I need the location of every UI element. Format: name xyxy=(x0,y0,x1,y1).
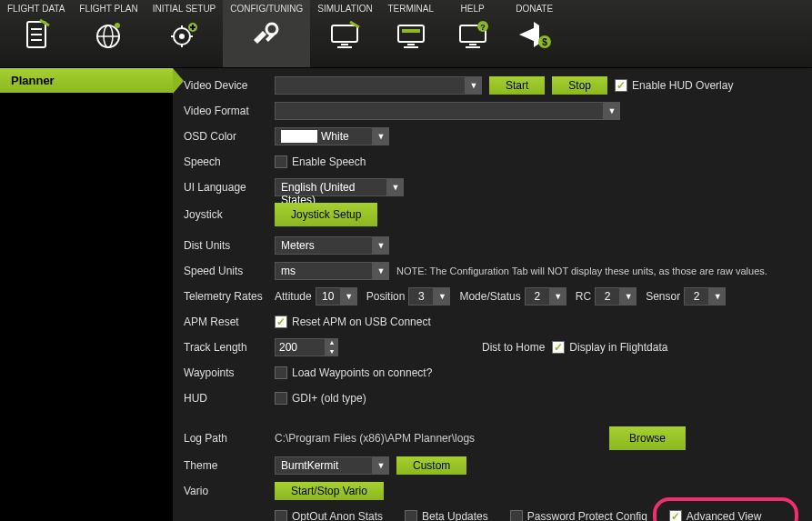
video-start-button[interactable]: Start xyxy=(489,76,545,95)
apm-reset-label: APM Reset xyxy=(184,316,275,328)
ui-language-label: UI Language xyxy=(184,181,275,194)
display-flightdata-checkbox[interactable]: Display in Flightdata xyxy=(552,341,667,354)
tab-help[interactable]: HELP ? xyxy=(442,0,504,67)
vario-label: Vario xyxy=(184,485,275,497)
svg-rect-23 xyxy=(407,44,415,45)
speech-label: Speech xyxy=(184,155,275,168)
tab-donate[interactable]: DONATE $ xyxy=(504,0,566,67)
chevron-down-icon[interactable]: ▼ xyxy=(604,102,620,120)
track-length-spinner[interactable]: ▲▼ xyxy=(326,338,338,356)
ui-language-select[interactable]: English (United States) ▼ xyxy=(275,178,404,196)
video-format-select[interactable]: ▼ xyxy=(275,102,620,120)
video-device-select[interactable]: ▼ xyxy=(275,76,482,95)
joystick-label: Joystick xyxy=(184,208,275,221)
sidebar: Planner xyxy=(0,68,173,521)
position-rate-select[interactable]: 3▼ xyxy=(408,287,450,306)
globe-icon xyxy=(89,15,127,54)
mode-rate-select[interactable]: 2▼ xyxy=(525,287,566,306)
gdi-checkbox[interactable]: GDI+ (old type) xyxy=(275,392,366,405)
track-length-label: Track Length xyxy=(184,341,275,354)
chevron-down-icon[interactable]: ▼ xyxy=(387,178,404,196)
chevron-down-icon[interactable]: ▼ xyxy=(373,127,389,145)
rc-rate-select[interactable]: 2▼ xyxy=(595,287,637,306)
svg-rect-19 xyxy=(332,25,357,42)
speed-units-label: Speed Units xyxy=(184,265,275,277)
chevron-down-icon[interactable]: ▼ xyxy=(373,456,389,475)
track-length-input[interactable] xyxy=(275,338,326,356)
svg-point-9 xyxy=(179,34,185,39)
tab-simulation[interactable]: SIMULATION xyxy=(310,0,379,67)
load-waypoints-checkbox[interactable]: Load Waypoints on connect? xyxy=(275,366,432,379)
joystick-setup-button[interactable]: Joystick Setup xyxy=(275,203,377,226)
highlight-annotation xyxy=(653,497,798,521)
svg-point-7 xyxy=(115,23,120,28)
help-icon: ? xyxy=(454,15,492,54)
telemetry-label: Telemetry Rates xyxy=(184,290,275,303)
waypoints-label: Waypoints xyxy=(184,366,275,379)
tab-config-tuning[interactable]: CONFIG/TUNING xyxy=(223,0,310,67)
optout-checkbox[interactable]: OptOut Anon Stats xyxy=(275,510,383,521)
chevron-down-icon[interactable]: ▼ xyxy=(373,236,389,255)
password-protect-checkbox[interactable]: Password Protect Config xyxy=(510,510,647,521)
osd-color-select[interactable]: White ▼ xyxy=(275,127,389,145)
hud-overlay-checkbox[interactable]: Enable HUD Overlay xyxy=(615,79,733,92)
tab-initial-setup[interactable]: INITIAL SETUP xyxy=(145,0,224,67)
donate-icon: $ xyxy=(516,15,554,54)
units-note: NOTE: The Configuration Tab will NOT dis… xyxy=(396,266,767,276)
monitor-plane-icon xyxy=(326,15,364,54)
sidebar-item-planner[interactable]: Planner xyxy=(0,68,173,93)
video-device-label: Video Device xyxy=(184,79,275,92)
tab-flight-data[interactable]: FLIGHT DATA xyxy=(0,0,72,67)
chevron-down-icon[interactable]: ▼ xyxy=(466,76,482,95)
main-toolbar: FLIGHT DATA FLIGHT PLAN INITIAL SETUP CO… xyxy=(0,0,812,68)
osd-color-label: OSD Color xyxy=(184,130,275,143)
video-format-label: Video Format xyxy=(184,105,275,117)
apm-reset-checkbox[interactable]: Reset APM on USB Connect xyxy=(275,316,431,328)
sensor-rate-select[interactable]: 2▼ xyxy=(684,287,726,306)
hud-label: HUD xyxy=(184,392,275,405)
tab-flight-plan[interactable]: FLIGHT PLAN xyxy=(72,0,145,67)
svg-rect-25 xyxy=(402,29,420,33)
chevron-down-icon[interactable]: ▼ xyxy=(373,262,389,280)
terminal-icon xyxy=(392,15,430,54)
dist-units-select[interactable]: Meters ▼ xyxy=(275,236,389,255)
svg-rect-22 xyxy=(398,25,424,42)
speed-units-select[interactable]: ms ▼ xyxy=(275,262,389,280)
browse-button[interactable]: Browse xyxy=(609,426,686,450)
log-path-label: Log Path xyxy=(184,432,275,445)
attitude-rate-select[interactable]: 10▼ xyxy=(316,287,357,306)
svg-rect-27 xyxy=(469,44,476,45)
tools-icon xyxy=(247,15,286,54)
vario-button[interactable]: Start/Stop Vario xyxy=(275,482,384,500)
theme-label: Theme xyxy=(184,459,275,472)
log-path-value: C:\Program Files (x86)\APM Planner\logs xyxy=(275,432,602,445)
enable-speech-checkbox[interactable]: Enable Speech xyxy=(275,155,366,168)
svg-text:$: $ xyxy=(542,37,547,47)
custom-theme-button[interactable]: Custom xyxy=(396,456,466,475)
tab-terminal[interactable]: TERMINAL xyxy=(380,0,442,67)
gear-plus-icon xyxy=(165,15,203,54)
beta-updates-checkbox[interactable]: Beta Updates xyxy=(405,510,488,521)
clipboard-icon xyxy=(17,15,55,54)
dist-units-label: Dist Units xyxy=(184,239,275,252)
video-stop-button[interactable]: Stop xyxy=(552,76,607,95)
color-swatch xyxy=(281,130,317,143)
svg-text:?: ? xyxy=(480,23,486,32)
svg-rect-20 xyxy=(341,44,348,45)
theme-select[interactable]: BurntKermit ▼ xyxy=(275,456,389,475)
settings-panel: Video Device ▼ Start Stop Enable HUD Ove… xyxy=(173,68,812,521)
